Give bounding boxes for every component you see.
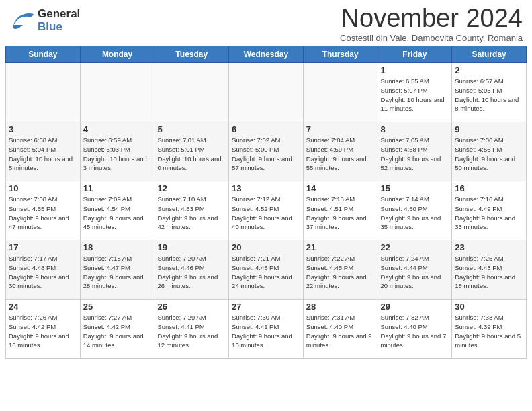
table-row: 14Sunrise: 7:13 AM Sunset: 4:51 PM Dayli… (303, 181, 378, 240)
table-row: 11Sunrise: 7:09 AM Sunset: 4:54 PM Dayli… (80, 181, 154, 240)
table-row (154, 63, 229, 122)
day-number: 4 (83, 124, 152, 134)
day-number: 17 (9, 242, 77, 253)
day-info: Sunrise: 6:58 AM Sunset: 5:04 PM Dayligh… (9, 136, 77, 173)
logo: General Blue (9, 8, 80, 33)
day-info: Sunrise: 7:13 AM Sunset: 4:51 PM Dayligh… (306, 195, 375, 232)
table-row: 21Sunrise: 7:22 AM Sunset: 4:45 PM Dayli… (303, 240, 378, 300)
table-row: 3Sunrise: 6:58 AM Sunset: 5:04 PM Daylig… (6, 122, 81, 181)
day-info: Sunrise: 7:16 AM Sunset: 4:49 PM Dayligh… (455, 195, 523, 232)
day-number: 7 (306, 124, 375, 134)
table-row: 13Sunrise: 7:12 AM Sunset: 4:52 PM Dayli… (229, 181, 304, 240)
col-thursday: Thursday (303, 46, 378, 63)
day-number: 3 (9, 124, 77, 134)
day-info: Sunrise: 6:55 AM Sunset: 5:07 PM Dayligh… (381, 77, 449, 113)
day-number: 8 (381, 124, 449, 134)
day-info: Sunrise: 7:18 AM Sunset: 4:47 PM Dayligh… (83, 254, 152, 291)
day-number: 29 (381, 302, 449, 312)
table-row: 24Sunrise: 7:26 AM Sunset: 4:42 PM Dayli… (6, 300, 81, 359)
title-section: November 2024 Costestii din Vale, Dambov… (340, 5, 523, 43)
day-number: 23 (455, 242, 523, 253)
table-row: 16Sunrise: 7:16 AM Sunset: 4:49 PM Dayli… (452, 181, 527, 240)
day-info: Sunrise: 7:17 AM Sunset: 4:48 PM Dayligh… (9, 254, 77, 291)
day-number: 25 (83, 302, 152, 312)
table-row (80, 63, 154, 122)
day-info: Sunrise: 7:24 AM Sunset: 4:44 PM Dayligh… (381, 254, 449, 291)
day-info: Sunrise: 7:32 AM Sunset: 4:40 PM Dayligh… (381, 313, 449, 350)
table-row: 26Sunrise: 7:29 AM Sunset: 4:41 PM Dayli… (154, 300, 229, 359)
day-info: Sunrise: 7:20 AM Sunset: 4:46 PM Dayligh… (157, 254, 226, 291)
day-info: Sunrise: 7:10 AM Sunset: 4:53 PM Dayligh… (157, 195, 226, 232)
logo-bird-icon (9, 10, 35, 32)
day-info: Sunrise: 7:33 AM Sunset: 4:39 PM Dayligh… (455, 313, 523, 350)
table-row: 15Sunrise: 7:14 AM Sunset: 4:50 PM Dayli… (378, 181, 452, 240)
day-number: 19 (157, 242, 226, 253)
table-row: 23Sunrise: 7:25 AM Sunset: 4:43 PM Dayli… (452, 240, 527, 300)
day-info: Sunrise: 7:30 AM Sunset: 4:41 PM Dayligh… (232, 313, 300, 350)
month-title: November 2024 (340, 5, 523, 31)
day-info: Sunrise: 7:09 AM Sunset: 4:54 PM Dayligh… (83, 195, 152, 232)
day-number: 13 (232, 183, 300, 193)
day-info: Sunrise: 7:06 AM Sunset: 4:56 PM Dayligh… (455, 136, 523, 173)
table-row: 5Sunrise: 7:01 AM Sunset: 5:01 PM Daylig… (154, 122, 229, 181)
table-row: 9Sunrise: 7:06 AM Sunset: 4:56 PM Daylig… (452, 122, 527, 181)
table-row: 22Sunrise: 7:24 AM Sunset: 4:44 PM Dayli… (378, 240, 452, 300)
day-info: Sunrise: 7:26 AM Sunset: 4:42 PM Dayligh… (9, 313, 77, 350)
table-row: 8Sunrise: 7:05 AM Sunset: 4:58 PM Daylig… (378, 122, 452, 181)
day-info: Sunrise: 7:25 AM Sunset: 4:43 PM Dayligh… (455, 254, 523, 291)
table-row: 27Sunrise: 7:30 AM Sunset: 4:41 PM Dayli… (229, 300, 304, 359)
day-number: 11 (83, 183, 152, 193)
day-number: 16 (455, 183, 523, 193)
table-row (6, 63, 81, 122)
day-number: 14 (306, 183, 375, 193)
table-row: 25Sunrise: 7:27 AM Sunset: 4:42 PM Dayli… (80, 300, 154, 359)
day-number: 2 (455, 65, 523, 75)
day-info: Sunrise: 6:59 AM Sunset: 5:03 PM Dayligh… (83, 136, 152, 173)
day-number: 21 (306, 242, 375, 253)
logo-text: General Blue (38, 8, 80, 33)
calendar-table: Sunday Monday Tuesday Wednesday Thursday… (5, 46, 527, 359)
day-info: Sunrise: 7:01 AM Sunset: 5:01 PM Dayligh… (157, 136, 226, 173)
table-row: 2Sunrise: 6:57 AM Sunset: 5:05 PM Daylig… (452, 63, 527, 122)
day-info: Sunrise: 7:21 AM Sunset: 4:45 PM Dayligh… (232, 254, 300, 291)
table-row: 10Sunrise: 7:08 AM Sunset: 4:55 PM Dayli… (6, 181, 81, 240)
day-number: 12 (157, 183, 226, 193)
day-number: 18 (83, 242, 152, 253)
col-saturday: Saturday (452, 46, 527, 63)
day-number: 15 (381, 183, 449, 193)
table-row: 7Sunrise: 7:04 AM Sunset: 4:59 PM Daylig… (303, 122, 378, 181)
location: Costestii din Vale, Dambovita County, Ro… (340, 33, 523, 43)
table-row (303, 63, 378, 122)
day-info: Sunrise: 7:31 AM Sunset: 4:40 PM Dayligh… (306, 313, 375, 350)
day-number: 22 (381, 242, 449, 253)
day-number: 9 (455, 124, 523, 134)
col-wednesday: Wednesday (229, 46, 304, 63)
logo-general: General (38, 8, 80, 21)
day-number: 26 (157, 302, 226, 312)
day-info: Sunrise: 7:22 AM Sunset: 4:45 PM Dayligh… (306, 254, 375, 291)
table-row: 28Sunrise: 7:31 AM Sunset: 4:40 PM Dayli… (303, 300, 378, 359)
day-number: 20 (232, 242, 300, 253)
table-row: 17Sunrise: 7:17 AM Sunset: 4:48 PM Dayli… (6, 240, 81, 300)
table-row: 30Sunrise: 7:33 AM Sunset: 4:39 PM Dayli… (452, 300, 527, 359)
table-row: 1Sunrise: 6:55 AM Sunset: 5:07 PM Daylig… (378, 63, 452, 122)
day-number: 28 (306, 302, 375, 312)
table-row: 4Sunrise: 6:59 AM Sunset: 5:03 PM Daylig… (80, 122, 154, 181)
col-tuesday: Tuesday (154, 46, 229, 63)
col-monday: Monday (80, 46, 154, 63)
day-info: Sunrise: 6:57 AM Sunset: 5:05 PM Dayligh… (455, 77, 523, 113)
day-info: Sunrise: 7:27 AM Sunset: 4:42 PM Dayligh… (83, 313, 152, 350)
day-info: Sunrise: 7:14 AM Sunset: 4:50 PM Dayligh… (381, 195, 449, 232)
table-row: 12Sunrise: 7:10 AM Sunset: 4:53 PM Dayli… (154, 181, 229, 240)
table-row: 19Sunrise: 7:20 AM Sunset: 4:46 PM Dayli… (154, 240, 229, 300)
table-row: 18Sunrise: 7:18 AM Sunset: 4:47 PM Dayli… (80, 240, 154, 300)
day-number: 30 (455, 302, 523, 312)
table-row (229, 63, 304, 122)
day-info: Sunrise: 7:29 AM Sunset: 4:41 PM Dayligh… (157, 313, 226, 350)
table-row: 20Sunrise: 7:21 AM Sunset: 4:45 PM Dayli… (229, 240, 304, 300)
day-info: Sunrise: 7:08 AM Sunset: 4:55 PM Dayligh… (9, 195, 77, 232)
day-number: 6 (232, 124, 300, 134)
logo-blue: Blue (38, 20, 62, 33)
day-number: 5 (157, 124, 226, 134)
day-info: Sunrise: 7:12 AM Sunset: 4:52 PM Dayligh… (232, 195, 300, 232)
